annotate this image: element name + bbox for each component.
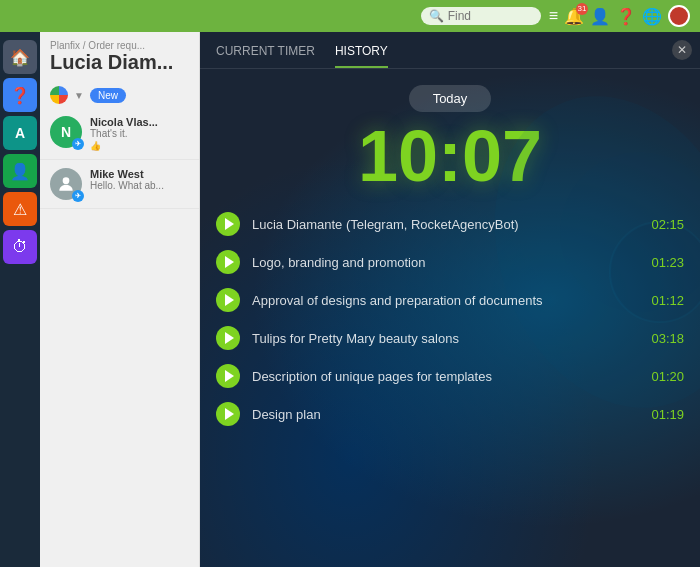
sidebar-help-icon[interactable]: ❓ xyxy=(3,78,37,112)
list-item[interactable]: N ✈ Nicola Vlas... That's it. 👍 xyxy=(40,108,199,160)
close-button[interactable]: ✕ xyxy=(672,40,692,60)
search-box[interactable]: 🔍 xyxy=(421,7,541,25)
timer-item-label: Description of unique pages for template… xyxy=(252,369,639,384)
svg-point-0 xyxy=(63,177,70,184)
sidebar-alert-icon[interactable]: ⚠ xyxy=(3,192,37,226)
sidebar-text-icon[interactable]: A xyxy=(3,116,37,150)
play-button[interactable] xyxy=(216,364,240,388)
chat-list: N ✈ Nicola Vlas... That's it. 👍 ✈ Mike W… xyxy=(40,108,199,209)
list-item[interactable]: ✈ Mike West Hello. What ab... xyxy=(40,160,199,209)
chat-message: Hello. What ab... xyxy=(90,180,189,191)
main-layout: 🏠 ❓ A 👤 ⚠ ⏱ Planfix / Order requ... Luci… xyxy=(0,32,700,567)
play-button[interactable] xyxy=(216,288,240,312)
list-item: Tulips for Pretty Mary beauty salons 03:… xyxy=(216,322,684,354)
list-item: Description of unique pages for template… xyxy=(216,360,684,392)
timer-item-label: Approval of designs and preparation of d… xyxy=(252,293,639,308)
menu-icon[interactable]: ≡ xyxy=(549,7,558,25)
list-item: Approval of designs and preparation of d… xyxy=(216,284,684,316)
timer-item-label: Tulips for Pretty Mary beauty salons xyxy=(252,331,639,346)
bell-icon[interactable]: 🔔 31 xyxy=(564,7,584,26)
bell-badge: 31 xyxy=(576,3,588,15)
breadcrumb: Planfix / Order requ... xyxy=(50,40,189,51)
search-icon: 🔍 xyxy=(429,9,444,23)
chat-name: Mike West xyxy=(90,168,189,180)
dropdown-arrow[interactable]: ▼ xyxy=(74,90,84,101)
telegram-badge: ✈ xyxy=(72,138,84,150)
chat-message: That's it. xyxy=(90,128,189,139)
left-panel: Planfix / Order requ... Lucia Diam... ▼ … xyxy=(40,32,200,567)
list-item: Logo, branding and promotion 01:23 xyxy=(216,246,684,278)
play-button[interactable] xyxy=(216,250,240,274)
help-icon[interactable]: ❓ xyxy=(616,7,636,26)
timer-list: Lucia Diamante (Telegram, RocketAgencyBo… xyxy=(216,208,684,430)
topbar: 🔍 ≡ 🔔 31 👤 ❓ 🌐 xyxy=(0,0,700,32)
globe-icon[interactable]: 🌐 xyxy=(642,7,662,26)
avatar: N ✈ xyxy=(50,116,82,148)
play-button[interactable] xyxy=(216,326,240,350)
timer-item-label: Lucia Diamante (Telegram, RocketAgencyBo… xyxy=(252,217,639,232)
tab-current-timer[interactable]: CURRENT TIMER xyxy=(216,44,315,68)
topbar-icons: ≡ 🔔 31 👤 ❓ 🌐 xyxy=(549,5,690,27)
google-icon xyxy=(50,86,68,104)
timer-item-time: 01:19 xyxy=(651,407,684,422)
chat-name: Nicola Vlas... xyxy=(90,116,189,128)
status-row: ▼ New xyxy=(40,82,199,108)
chat-content: Nicola Vlas... That's it. 👍 xyxy=(90,116,189,151)
list-item: Design plan 01:19 xyxy=(216,398,684,430)
panel-header: Planfix / Order requ... Lucia Diam... xyxy=(40,32,199,82)
chat-content: Mike West Hello. What ab... xyxy=(90,168,189,200)
page-title: Lucia Diam... xyxy=(50,51,189,74)
avatar[interactable] xyxy=(668,5,690,27)
user-icon[interactable]: 👤 xyxy=(590,7,610,26)
sidebar-timer-icon[interactable]: ⏱ xyxy=(3,230,37,264)
status-badge[interactable]: New xyxy=(90,88,126,103)
chat-reaction: 👍 xyxy=(90,141,189,151)
search-input[interactable] xyxy=(448,9,528,23)
sidebar-user-icon[interactable]: 👤 xyxy=(3,154,37,188)
timer-item-time: 01:12 xyxy=(651,293,684,308)
timer-item-time: 02:15 xyxy=(651,217,684,232)
icon-sidebar: 🏠 ❓ A 👤 ⚠ ⏱ xyxy=(0,32,40,567)
list-item: Lucia Diamante (Telegram, RocketAgencyBo… xyxy=(216,208,684,240)
play-button[interactable] xyxy=(216,212,240,236)
avatar: ✈ xyxy=(50,168,82,200)
tab-history[interactable]: HISTORY xyxy=(335,44,388,68)
timer-item-time: 01:23 xyxy=(651,255,684,270)
timer-list-panel: Lucia Diamante (Telegram, RocketAgencyBo… xyxy=(200,208,700,430)
telegram-badge: ✈ xyxy=(72,190,84,202)
timer-item-label: Logo, branding and promotion xyxy=(252,255,639,270)
timer-item-label: Design plan xyxy=(252,407,639,422)
sidebar-home-icon[interactable]: 🏠 xyxy=(3,40,37,74)
main-content: ✕ CURRENT TIMER HISTORY Today 10:07 Luci… xyxy=(200,32,700,567)
timer-item-time: 03:18 xyxy=(651,331,684,346)
timer-item-time: 01:20 xyxy=(651,369,684,384)
play-button[interactable] xyxy=(216,402,240,426)
